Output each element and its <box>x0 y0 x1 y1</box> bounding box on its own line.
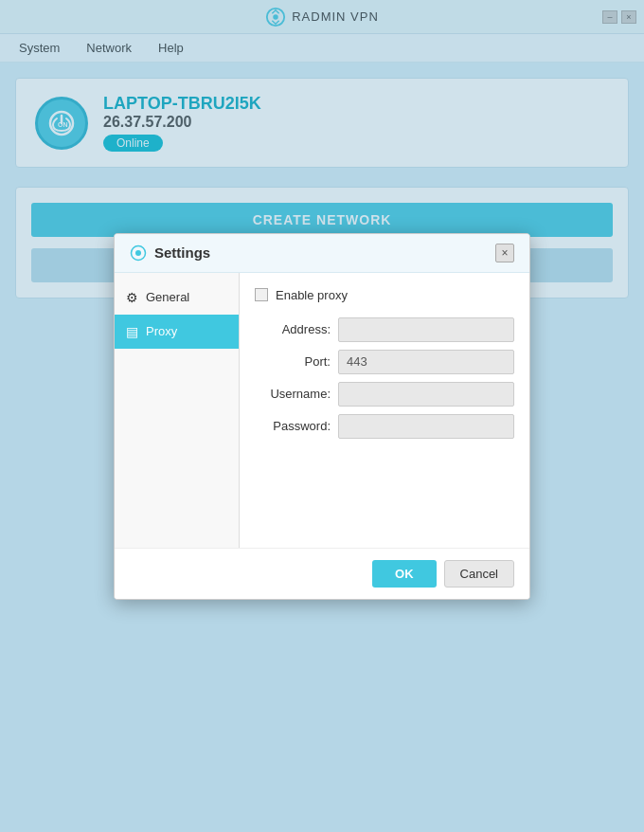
proxy-form-fields: Address: Port: Username: Password: <box>255 317 514 439</box>
dialog-footer: OK Cancel <box>115 548 529 599</box>
username-input[interactable] <box>338 382 514 407</box>
dialog-body: ⚙ General ▤ Proxy Enable proxy <box>115 273 529 548</box>
address-row: Address: <box>255 317 514 342</box>
enable-proxy-checkbox[interactable] <box>255 288 268 301</box>
password-input[interactable] <box>338 414 514 439</box>
password-label: Password: <box>255 419 331 433</box>
dialog-header-left: Settings <box>130 244 210 262</box>
ok-button[interactable]: OK <box>372 560 437 588</box>
port-label: Port: <box>255 354 331 369</box>
proxy-icon: ▤ <box>126 324 138 339</box>
address-input[interactable] <box>338 317 514 342</box>
gear-icon: ⚙ <box>126 290 138 305</box>
address-label: Address: <box>255 322 331 336</box>
username-label: Username: <box>255 387 331 401</box>
dialog-header: Settings × <box>115 234 529 273</box>
enable-proxy-label: Enable proxy <box>276 288 348 302</box>
enable-proxy-row: Enable proxy <box>255 288 514 302</box>
sidebar-item-proxy[interactable]: ▤ Proxy <box>115 315 239 349</box>
dialog-close-button[interactable]: × <box>495 244 514 262</box>
sidebar-general-label: General <box>146 290 189 304</box>
proxy-content: Enable proxy Address: Port: Username: <box>240 273 529 548</box>
sidebar-item-general[interactable]: ⚙ General <box>115 280 239 315</box>
username-row: Username: <box>255 382 514 407</box>
settings-dialog: Settings × ⚙ General ▤ Proxy <box>114 233 530 600</box>
dialog-title: Settings <box>154 244 210 261</box>
port-input[interactable] <box>338 350 514 374</box>
password-row: Password: <box>255 414 514 439</box>
svg-point-5 <box>135 250 141 256</box>
dialog-logo-icon <box>130 244 147 262</box>
port-row: Port: <box>255 350 514 374</box>
sidebar-proxy-label: Proxy <box>146 324 177 338</box>
modal-overlay: Settings × ⚙ General ▤ Proxy <box>0 0 644 832</box>
cancel-button[interactable]: Cancel <box>444 560 514 588</box>
dialog-sidebar: ⚙ General ▤ Proxy <box>115 273 240 548</box>
